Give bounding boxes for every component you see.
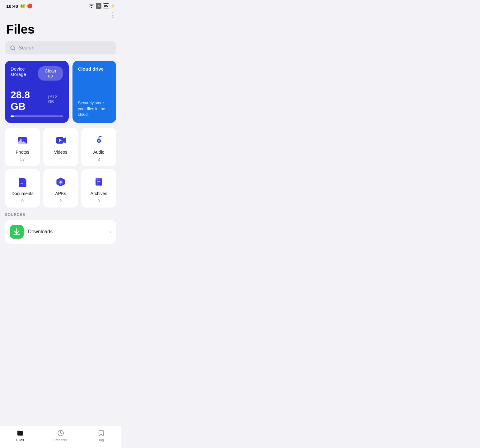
documents-icon [17,176,28,187]
sources-list: Downloads › [5,220,116,244]
device-storage-title: Device storage [11,66,38,77]
category-documents[interactable]: Documents 0 [5,169,40,208]
svg-point-10 [98,140,100,142]
photos-icon-container [16,133,29,147]
audio-count: 3 [98,157,100,162]
storage-used-gb: 28.8 GB [11,89,45,112]
category-archives[interactable]: Archives 0 [81,169,116,208]
svg-point-15 [59,181,62,183]
x-icon: ✕ [96,3,101,9]
archives-icon [93,176,105,187]
search-bar[interactable]: Search [5,41,116,54]
svg-line-1 [14,49,15,50]
archives-count: 0 [98,198,100,203]
cloud-drive-subtitle: Securely store your files in the cloud. [78,100,111,117]
page-title-section: Files [0,20,121,41]
documents-label: Documents [12,191,34,196]
wifi-icon [89,4,94,8]
sources-label: SOURCES [5,212,116,217]
more-menu-button[interactable]: ⋮ [110,12,116,19]
audio-icon-container [92,133,106,147]
audio-label: Audio [93,150,105,155]
search-container: Search [0,41,121,61]
storage-bar-fill [11,115,14,117]
page-title: Files [6,22,115,36]
downloads-icon [13,228,21,236]
chevron-right-icon: › [110,229,111,235]
device-storage-card[interactable]: Device storage Clean up 28.8 GB | 512 GB [5,61,69,123]
archives-icon-container [92,175,106,189]
cloud-drive-title: Cloud drive [78,66,111,72]
apks-icon-container [54,175,68,189]
search-placeholder: Search [19,45,35,51]
apks-count: 2 [59,198,62,203]
photos-icon [17,135,28,146]
photos-label: Photos [16,150,30,155]
category-grid: Photos 57 Videos 4 Audio 3 [0,128,121,212]
category-videos[interactable]: Videos 4 [43,128,78,166]
battery-indicator: 85 ⚡ [103,3,115,8]
cleanup-button[interactable]: Clean up [38,66,63,81]
svg-rect-12 [21,183,23,184]
cards-row: Device storage Clean up 28.8 GB | 512 GB… [0,61,121,128]
svg-rect-19 [97,181,100,182]
sources-section: SOURCES Downloads › [0,212,121,244]
red-icon: 🔴 [27,3,32,8]
apks-label: APKs [55,191,66,196]
videos-label: Videos [54,150,68,155]
svg-line-9 [99,136,101,137]
downloads-icon-box [10,225,24,239]
photos-count: 57 [20,157,25,162]
storage-total: | 512 GB [48,95,63,104]
apks-icon [55,176,66,187]
cloud-drive-card[interactable]: Cloud drive Securely store your files in… [72,61,116,123]
videos-icon-container [54,133,68,147]
search-icon [10,45,16,51]
documents-count: 0 [21,198,24,203]
svg-rect-11 [21,182,25,182]
status-time: 10:40 [6,3,18,9]
category-apks[interactable]: APKs 2 [43,169,78,208]
archives-label: Archives [91,191,107,196]
storage-bar-background [11,115,63,117]
header: ⋮ [0,11,121,20]
svg-rect-18 [96,178,102,180]
videos-icon [55,135,66,146]
documents-icon-container [16,175,29,189]
status-bar: 10:40 🐸 🔴 ✕ 85 ⚡ [0,0,121,11]
videos-count: 4 [59,157,62,162]
source-downloads[interactable]: Downloads › [5,220,116,244]
category-photos[interactable]: Photos 57 [5,128,40,166]
status-icons: ✕ 85 ⚡ [89,3,115,9]
frog-emoji: 🐸 [20,3,25,8]
downloads-label: Downloads [28,229,105,235]
category-audio[interactable]: Audio 3 [81,128,116,166]
storage-info: 28.8 GB | 512 GB [11,89,63,117]
audio-icon [93,135,105,146]
